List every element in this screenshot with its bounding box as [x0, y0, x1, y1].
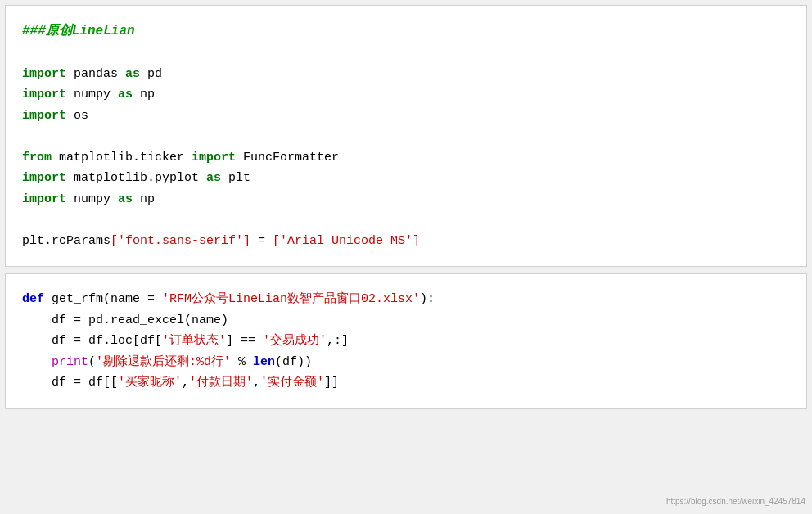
- keyword-as3: as: [206, 171, 221, 185]
- keyword-import3: import: [22, 109, 66, 123]
- module-matplotlib-ticker: matplotlib.ticker: [52, 151, 192, 165]
- code-line-rcparams: plt.rcParams['font.sans-serif'] = ['Aria…: [22, 231, 790, 252]
- code-line-import-numpy: import numpy as np: [22, 84, 790, 106]
- empty-line: [22, 43, 790, 64]
- comma2: ,: [253, 376, 260, 390]
- string-order-status: '订单状态': [162, 334, 226, 348]
- keyword-as4: as: [118, 192, 133, 206]
- title-line: ###原创LineLian: [22, 20, 790, 43]
- string-arial: ['Arial Unicode MS']: [273, 234, 420, 248]
- module-pandas: pandas: [66, 67, 125, 81]
- code-line-def: def get_rfm(name = 'RFM公众号LineLian数智产品窗口…: [22, 289, 790, 310]
- string-col2: '付款日期': [189, 376, 253, 390]
- watermark: https://blog.csdn.net/weixin_42457814: [666, 497, 805, 506]
- keyword-import2: import: [22, 88, 66, 101]
- alias-np2: np: [133, 192, 155, 206]
- code-line-import-numpy2: import numpy as np: [22, 189, 790, 210]
- string-col3: '实付金额': [260, 376, 324, 390]
- equals: =: [250, 234, 273, 248]
- module-numpy2: numpy: [66, 192, 118, 206]
- keyword-as2: as: [118, 88, 133, 101]
- module-numpy: numpy: [66, 88, 118, 101]
- code-block-2: def get_rfm(name = 'RFM公众号LineLian数智产品窗口…: [5, 273, 807, 409]
- keyword-import4: import: [192, 151, 236, 165]
- string-filename: 'RFM公众号LineLian数智产品窗口02.xlsx': [162, 292, 420, 306]
- rcparams-code: plt.rcParams: [22, 234, 111, 248]
- code-line-import-os: import os: [22, 106, 790, 127]
- string-print-msg: '剔除退款后还剩:%d行': [96, 355, 231, 369]
- code-line-df-loc: df = df.loc[df['订单状态'] == '交易成功',:]: [22, 331, 790, 352]
- def-end: ):: [420, 292, 435, 306]
- keyword-import6: import: [22, 192, 66, 206]
- code-line-import-pyplot: import matplotlib.pyplot as plt: [22, 168, 790, 189]
- keyword-def: def: [22, 292, 44, 306]
- code-line-df-read: df = pd.read_excel(name): [22, 310, 790, 331]
- comma1: ,: [182, 376, 189, 390]
- code-line-import-pandas: import pandas as pd: [22, 64, 790, 85]
- func-formatter: FuncFormatter: [236, 151, 339, 165]
- code-line-print: print('剔除退款后还剩:%d行' % len(df)): [22, 352, 790, 373]
- df-loc-start: df = df.loc[df[: [22, 334, 162, 348]
- df-loc-end: ,:]: [327, 334, 349, 348]
- func-name: get_rfm(name =: [44, 292, 162, 306]
- alias-pd: pd: [140, 67, 162, 81]
- df-read-excel: df = pd.read_excel(name): [22, 313, 228, 327]
- keyword-len: len: [253, 355, 275, 369]
- code-line-from-import: from matplotlib.ticker import FuncFormat…: [22, 147, 790, 169]
- equals2: ] ==: [226, 334, 263, 348]
- keyword-as: as: [125, 67, 140, 81]
- code-line-df-cols: df = df[['买家昵称','付款日期','实付金额']]: [22, 372, 790, 394]
- alias-plt: plt: [221, 171, 250, 185]
- empty-line3: [22, 210, 790, 231]
- keyword-from: from: [22, 151, 52, 165]
- alias-np: np: [133, 88, 155, 101]
- df-cols-start: df = df[[: [22, 376, 118, 390]
- module-os: os: [66, 109, 88, 123]
- keyword-import5: import: [22, 171, 66, 185]
- string-col1: '买家昵称': [118, 376, 182, 390]
- code-block-1: ###原创LineLian import pandas as pd import…: [5, 5, 807, 267]
- print-paren: (: [88, 355, 96, 369]
- len-call: (df)): [275, 355, 312, 369]
- empty-line2: [22, 126, 790, 147]
- keyword-import: import: [22, 67, 66, 81]
- df-cols-end: ]]: [324, 376, 339, 390]
- func-print: print: [22, 355, 88, 369]
- module-pyplot: matplotlib.pyplot: [66, 171, 206, 185]
- string-success: '交易成功': [263, 334, 327, 348]
- string-font: ['font.sans-serif']: [111, 234, 250, 248]
- percent-op: %: [231, 355, 253, 369]
